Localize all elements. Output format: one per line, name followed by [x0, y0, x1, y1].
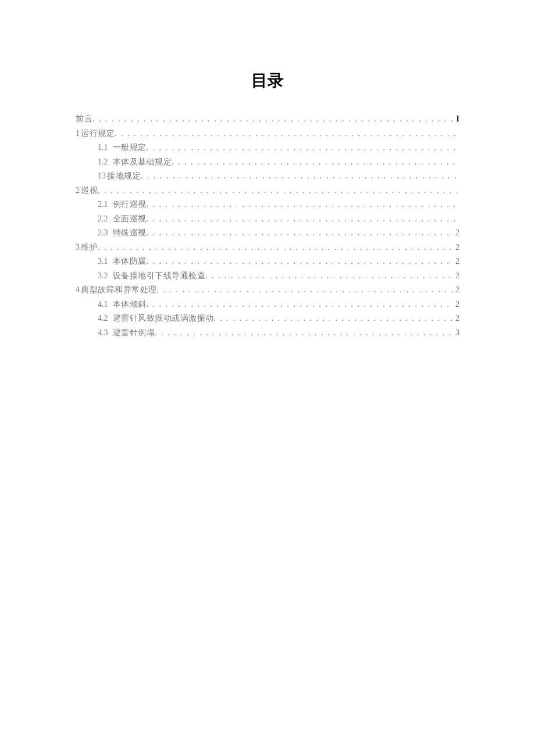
toc-leader-dots — [155, 326, 453, 341]
toc-entry-number: 4.1 — [98, 298, 108, 312]
toc-entry: 1.2本体及基础规定 — [76, 155, 459, 170]
toc-entry-page: 2 — [453, 298, 459, 312]
toc-entry: 4.2避雷针风致振动或涡激振动2 — [76, 311, 459, 326]
toc-title: 目录 — [76, 70, 459, 92]
toc-entry-page: 2 — [453, 311, 459, 326]
toc-leader-dots — [147, 141, 458, 155]
toc-leader-dots — [147, 255, 454, 269]
toc-entry-number: 2.3 — [98, 226, 108, 241]
toc-entry-number: 3.2 — [98, 269, 108, 284]
toc-entry-page: 2 — [453, 226, 459, 241]
toc-entry: 3维护2 — [76, 241, 459, 255]
toc-entry-number: 4.2 — [98, 311, 108, 326]
document-page: 目录 前言I1运行规定1.1一般规定1.2本体及基础规定13接地规定2巡视2.1… — [0, 0, 535, 340]
toc-entry: 前言I — [76, 112, 459, 127]
toc-entry-title: 运行规定 — [81, 127, 115, 141]
toc-entry-number: 13 — [98, 169, 106, 184]
toc-entry-page: 2 — [453, 241, 459, 255]
toc-entry-number: 2 — [76, 184, 80, 198]
toc-entry-number: 3.1 — [98, 255, 108, 269]
toc-entry: 2巡视 — [76, 184, 459, 198]
toc-entry: 2.1例行巡视 — [76, 198, 459, 212]
toc-entry: 2.3特殊巡视2 — [76, 226, 459, 241]
toc-entry-title: 本体防腐 — [113, 255, 147, 269]
toc-entry-number: 4.3 — [98, 326, 108, 341]
toc-entry-title: 全面巡视 — [113, 212, 147, 227]
toc-entry-title: 本体及基础规定 — [113, 155, 172, 170]
toc-entry-title: 前言 — [76, 112, 92, 127]
toc-entry-title: 特殊巡视 — [113, 226, 147, 241]
toc-entry: 4典型故障和异常处理2 — [76, 283, 459, 298]
toc-entry-title: 巡视 — [81, 184, 98, 198]
toc-leader-dots — [98, 241, 453, 255]
toc-entry-number: 2.1 — [98, 198, 108, 212]
toc-entry-page: I — [454, 112, 459, 127]
toc-entry: 4.3避雷针倒塌3 — [76, 326, 459, 341]
toc-entry-title: 一般规定 — [113, 141, 147, 155]
toc-entry: 3.2设备接地引下线导通检查2 — [76, 269, 459, 284]
toc-leader-dots — [115, 127, 457, 141]
toc-entry: 2.2全面巡视 — [76, 212, 459, 227]
toc-leader-dots — [147, 226, 454, 241]
toc-entry-title: 避雷针风致振动或涡激振动 — [113, 311, 214, 326]
toc-leader-dots — [147, 212, 458, 227]
toc-entry-title: 避雷针倒塌 — [113, 326, 155, 341]
toc-entry: 3.1本体防腐2 — [76, 255, 459, 269]
toc-entry-page: 2 — [453, 269, 459, 284]
toc-entry-page: 2 — [453, 255, 459, 269]
toc-entry-title: 例行巡视 — [113, 198, 147, 212]
toc-leader-dots — [98, 184, 457, 198]
toc-entry-number: 4 — [76, 283, 80, 298]
toc-leader-dots — [92, 112, 454, 127]
toc-leader-dots — [147, 298, 454, 312]
toc-leader-dots — [157, 283, 454, 298]
toc-list: 前言I1运行规定1.1一般规定1.2本体及基础规定13接地规定2巡视2.1例行巡… — [76, 112, 459, 340]
toc-entry-page: 3 — [453, 326, 459, 341]
toc-entry-title: 接地规定 — [107, 169, 141, 184]
toc-leader-dots — [147, 198, 458, 212]
toc-leader-dots — [172, 155, 457, 170]
toc-entry-page: 2 — [453, 283, 459, 298]
toc-entry-number: 1.2 — [98, 155, 108, 170]
toc-entry-number: 1 — [76, 127, 80, 141]
toc-entry: 4.1本体倾斜2 — [76, 298, 459, 312]
toc-entry-number: 2.2 — [98, 212, 108, 227]
toc-leader-dots — [141, 169, 457, 184]
toc-entry: 1.1一般规定 — [76, 141, 459, 155]
toc-entry-number: 1.1 — [98, 141, 108, 155]
toc-entry-title: 本体倾斜 — [113, 298, 147, 312]
toc-entry-title: 典型故障和异常处理 — [81, 283, 157, 298]
toc-entry-number: 3 — [76, 241, 80, 255]
toc-entry: 13接地规定 — [76, 169, 459, 184]
toc-entry: 1运行规定 — [76, 127, 459, 141]
toc-leader-dots — [205, 269, 453, 284]
toc-leader-dots — [214, 311, 454, 326]
toc-entry-title: 维护 — [81, 241, 98, 255]
toc-entry-title: 设备接地引下线导通检查 — [113, 269, 206, 284]
